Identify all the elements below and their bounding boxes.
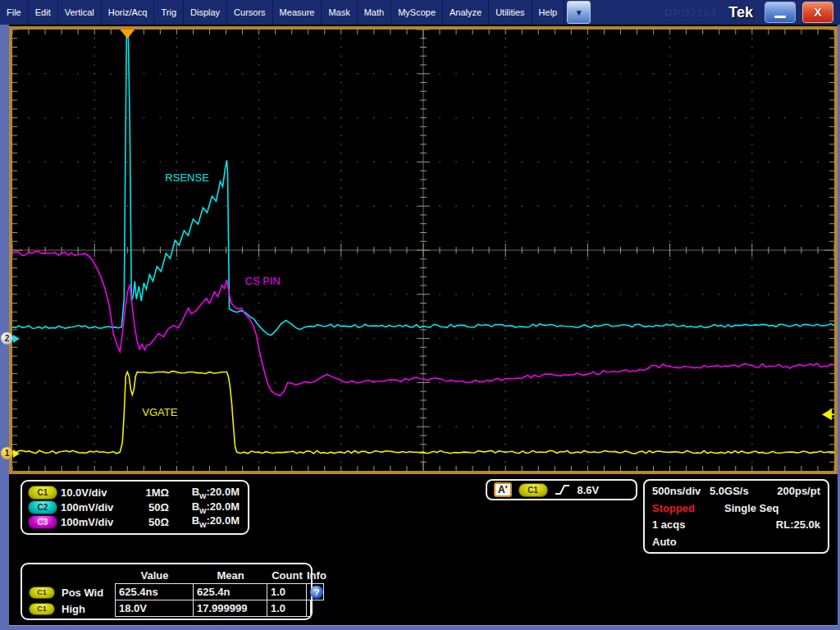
measurements-panel: Value Mean Count Info C1 Pos Wid 625.4ns… <box>21 563 313 620</box>
header-count: Count <box>267 569 307 582</box>
graticule-frame: RSENSECS PINVGATE <box>9 26 838 474</box>
chevron-down-icon: ▼ <box>575 8 583 17</box>
measurement-count: 1.0 <box>267 583 307 600</box>
menu-item-edit[interactable]: Edit <box>29 0 58 25</box>
channel-1-arrow-icon <box>13 450 20 458</box>
record-length: RL:25.0k <box>763 518 820 531</box>
measurement-info-cell: ? <box>306 583 324 600</box>
menu-item-mask[interactable]: Mask <box>322 0 357 25</box>
measurement-channel-badge[interactable]: C1 <box>29 603 55 615</box>
header-mean: Mean <box>194 569 267 582</box>
waveform-plot: RSENSECS PINVGATE <box>12 30 834 471</box>
timebase-value: 500ns/div <box>652 485 710 497</box>
resolution-value: 200ps/pt <box>769 485 820 497</box>
menu-item-utilities[interactable]: Utilities <box>489 0 532 25</box>
close-icon: X <box>814 6 821 19</box>
measurement-name: High <box>62 603 85 615</box>
label-vgate: VGATE <box>142 406 177 418</box>
acquisition-panel: 500ns/div 5.0GS/s 200ps/pt Stopped Singl… <box>643 479 829 554</box>
menu-bar: FileEditVerticalHoriz/AcqTrigDisplayCurs… <box>0 0 840 25</box>
menu-item-measure[interactable]: Measure <box>273 0 322 25</box>
menu-items: FileEditVerticalHoriz/AcqTrigDisplayCurs… <box>0 0 564 25</box>
model-label: DPO7104 <box>664 7 717 19</box>
header-value: Value <box>116 569 194 582</box>
info-icon[interactable]: ? <box>310 586 323 599</box>
channel-settings-panel: C1 10.0V/div 1MΩ BW:20.0M C2 100mV/div 5… <box>21 480 249 535</box>
menu-item-vertical[interactable]: Vertical <box>58 0 102 25</box>
menu-item-math[interactable]: Math <box>358 0 391 25</box>
measurement-row-pos-wid: C1 Pos Wid 625.4ns 625.4n 1.0 ? <box>25 584 308 600</box>
channel-2-arrow-icon <box>13 335 20 343</box>
trigger-readout-panel: A' C1 8.6V <box>486 479 637 500</box>
c2-scale: 100mV/div <box>61 501 126 514</box>
channel-row-c2[interactable]: C2 100mV/div 50Ω BW:20.0M <box>28 500 240 515</box>
channel-1-reference-marker[interactable]: 1 <box>1 447 13 459</box>
minimize-icon <box>774 16 786 18</box>
sample-rate-value: 5.0GS/s <box>710 485 769 497</box>
c1-scale: 10.0V/div <box>61 486 126 499</box>
menu-item-trig[interactable]: Trig <box>154 0 184 25</box>
c3-scale: 100mV/div <box>61 516 126 528</box>
measurement-channel-badge[interactable]: C1 <box>29 587 55 599</box>
channel-badge-c3[interactable]: C3 <box>28 515 57 529</box>
trigger-position-marker[interactable] <box>120 30 135 39</box>
measurement-count: 1.0 <box>267 600 307 617</box>
trigger-channel-badge[interactable]: C1 <box>518 483 548 497</box>
menu-item-display[interactable]: Display <box>184 0 227 25</box>
measurement-value: 625.4ns <box>115 583 194 600</box>
measurement-value: 18.0V <box>115 600 194 617</box>
channel-row-c3[interactable]: C3 100mV/div 50Ω BW:20.0M <box>28 514 240 529</box>
oscilloscope-app: { "window": { "brand_faint": "DPO7104", … <box>0 0 840 630</box>
header-info: Info <box>307 569 326 582</box>
menu-item-horiz-acq[interactable]: Horiz/Acq <box>102 0 155 25</box>
measurement-mean: 625.4n <box>193 583 267 600</box>
acquisition-mode: Single Seq <box>724 502 820 514</box>
c2-impedance: 50Ω <box>126 501 169 514</box>
channel-2-reference-marker[interactable]: 2 <box>1 332 13 345</box>
measurement-info-cell-empty <box>306 600 311 617</box>
c3-bandwidth: BW:20.0M <box>169 514 240 529</box>
measurement-name: Pos Wid <box>62 587 103 599</box>
c2-bandwidth: BW:20.0M <box>169 500 240 515</box>
menu-item-help[interactable]: Help <box>532 0 565 25</box>
menu-item-myscope[interactable]: MyScope <box>391 0 443 25</box>
measurements-header: Value Mean Count Info <box>25 567 308 584</box>
rising-edge-icon <box>555 483 571 496</box>
tek-logo: Tek <box>728 4 753 21</box>
menu-item-analyze[interactable]: Analyze <box>443 0 489 25</box>
label-cs-pin: CS PIN <box>245 275 281 287</box>
trigger-level-marker[interactable] <box>822 409 832 420</box>
trigger-level-value: 8.6V <box>578 484 600 496</box>
c3-impedance: 50Ω <box>126 516 169 528</box>
minimize-button[interactable] <box>765 2 796 23</box>
measurement-row-high: C1 High 18.0V 17.999999 1.0 <box>25 600 308 617</box>
channel-row-c1[interactable]: C1 10.0V/div 1MΩ BW:20.0M <box>28 486 240 500</box>
acquisition-count: 1 acqs <box>652 518 763 531</box>
label-rsense: RSENSE <box>165 171 209 184</box>
menu-overflow-dropdown-button[interactable]: ▼ <box>567 1 591 24</box>
c1-impedance: 1MΩ <box>126 486 169 499</box>
close-button[interactable]: X <box>802 2 833 23</box>
trigger-mode: Auto <box>652 536 677 548</box>
trigger-source-badge: A' <box>494 482 512 497</box>
channel-badge-c1[interactable]: C1 <box>28 486 57 500</box>
menu-item-cursors[interactable]: Cursors <box>227 0 273 25</box>
measurement-mean: 17.999999 <box>193 600 267 617</box>
c1-bandwidth: BW:20.0M <box>169 486 240 500</box>
menu-item-file[interactable]: File <box>0 0 29 25</box>
acquisition-state: Stopped <box>652 502 724 514</box>
channel-badge-c2[interactable]: C2 <box>28 500 57 514</box>
